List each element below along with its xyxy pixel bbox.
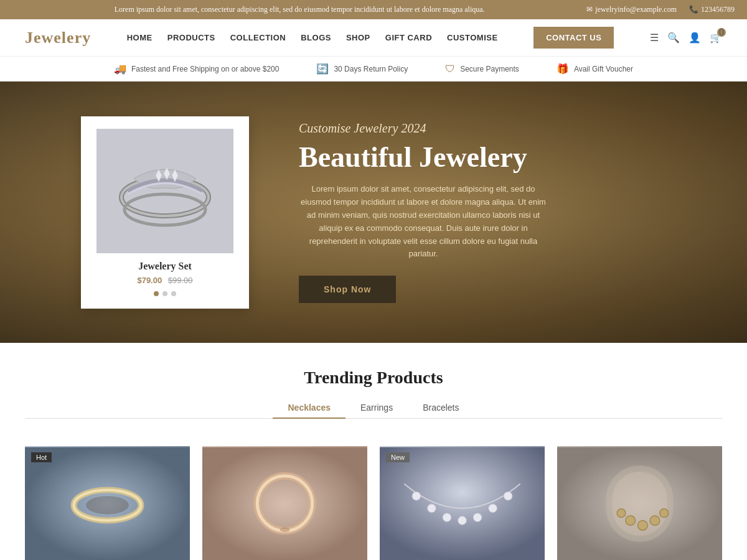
cart-icon-wrap[interactable]: 🛒 0 xyxy=(710,32,722,44)
product-img-wrap-4 xyxy=(557,446,722,560)
hero-content: Customise Jewelery 2024 Beautiful Jewele… xyxy=(299,121,548,303)
banner-phone: 123456789 xyxy=(701,5,735,14)
tab-bracelets[interactable]: Bracelets xyxy=(408,398,474,419)
product-card-3: New ★★★★★ Beautiful Engagement Ring $99.… xyxy=(380,446,545,560)
product-badge-3: New xyxy=(386,452,410,462)
feature-voucher-text: Avail Gift Voucher xyxy=(574,65,633,73)
hero-product-name: Jewelery Set xyxy=(93,261,237,272)
product-card-1: Hot ★★★★★ Medium Flat Hoops $89.00 xyxy=(25,446,190,560)
trending-title: Trending Products xyxy=(25,368,722,388)
menu-icon[interactable]: ☰ xyxy=(650,32,659,44)
svg-point-34 xyxy=(660,509,669,518)
feature-bar: 🚚 Fastest and Free Shipping on or above … xyxy=(0,57,747,82)
product-image-1 xyxy=(25,446,190,560)
search-icon[interactable]: 🔍 xyxy=(667,32,680,44)
header-icons: ☰ 🔍 👤 🛒 0 xyxy=(650,32,722,44)
trending-tabs: Necklaces Earrings Bracelets xyxy=(25,398,722,419)
tab-earrings[interactable]: Earrings xyxy=(345,398,408,419)
logo: Jewelery xyxy=(25,29,91,47)
shipping-icon: 🚚 xyxy=(114,63,126,75)
nav-home[interactable]: HOME xyxy=(127,33,153,42)
svg-point-11 xyxy=(86,496,129,514)
feature-payments: 🛡 Secure Payments xyxy=(445,63,519,75)
returns-icon: 🔄 xyxy=(316,63,329,75)
svg-point-32 xyxy=(650,516,660,526)
svg-point-22 xyxy=(458,516,467,525)
feature-returns: 🔄 30 Days Return Policy xyxy=(316,63,408,75)
banner-email-wrap: ✉ jewelryinfo@example.com xyxy=(586,5,677,14)
header: Jewelery HOME PRODUCTS COLLECTION BLOGS … xyxy=(0,19,747,57)
top-banner: Lorem ipsum dolor sit amet, consectetur … xyxy=(0,0,747,19)
phone-icon: 📞 xyxy=(689,5,698,14)
svg-point-24 xyxy=(489,504,497,513)
feature-shipping: 🚚 Fastest and Free Shipping on or above … xyxy=(114,63,280,75)
product-image-3 xyxy=(380,446,545,560)
feature-voucher: 🎁 Avail Gift Voucher xyxy=(557,63,633,75)
hero-product-card: Jewelery Set $79.00 $99.00 xyxy=(81,116,249,309)
svg-rect-13 xyxy=(202,447,367,560)
hero-product-price: $79.00 $99.00 xyxy=(93,276,237,285)
user-icon[interactable]: 👤 xyxy=(688,32,701,44)
svg-point-33 xyxy=(617,509,626,518)
product-img-wrap-2 xyxy=(202,446,367,560)
svg-point-21 xyxy=(443,513,451,522)
nav-collection[interactable]: COLLECTION xyxy=(230,33,286,42)
hero-product-image xyxy=(96,129,233,253)
feature-returns-text: 30 Days Return Policy xyxy=(334,65,408,73)
price-old: $99.00 xyxy=(168,276,193,285)
nav-customise[interactable]: CUSTOMISE xyxy=(447,33,498,42)
svg-point-23 xyxy=(473,513,482,522)
voucher-icon: 🎁 xyxy=(557,63,569,75)
hero-title: Beautiful Jewelery xyxy=(299,142,548,174)
svg-point-19 xyxy=(412,492,421,500)
main-nav: HOME PRODUCTS COLLECTION BLOGS SHOP GIFT… xyxy=(127,33,498,42)
nav-giftcard[interactable]: GIFT CARD xyxy=(385,33,432,42)
hero-dot-1[interactable] xyxy=(154,291,159,296)
hero-dot-2[interactable] xyxy=(162,291,167,296)
hero-product-dots xyxy=(93,291,237,296)
logo-text1: Jewel xyxy=(25,29,67,47)
svg-point-25 xyxy=(504,492,512,500)
product-card-4: ★★★★★ Charm Bracelets $70.00 xyxy=(557,446,722,560)
svg-rect-0 xyxy=(96,129,233,253)
banner-email: jewelryinfo@example.com xyxy=(595,5,677,14)
svg-rect-18 xyxy=(380,447,545,560)
email-icon: ✉ xyxy=(586,5,593,14)
contact-button[interactable]: CONTACT US xyxy=(533,27,614,49)
price-new: $79.00 xyxy=(137,276,162,285)
banner-text: Lorem ipsum dolor sit amet, consectetur … xyxy=(12,5,586,14)
product-badge-1: Hot xyxy=(31,452,52,462)
nav-products[interactable]: PRODUCTS xyxy=(167,33,215,42)
trending-section: Trending Products Necklaces Earrings Bra… xyxy=(0,343,747,446)
products-grid: Hot ★★★★★ Medium Flat Hoops $89.00 xyxy=(0,446,747,560)
cart-badge: 0 xyxy=(717,28,726,37)
hero-dot-3[interactable] xyxy=(171,291,176,296)
hero-description: Lorem ipsum dolor sit amet, consectetur … xyxy=(299,183,548,261)
product-card-2: ★★★★★ Bold Pearl Hoop Earrings $100.00 xyxy=(202,446,367,560)
banner-phone-wrap: 📞 123456789 xyxy=(689,5,735,14)
tab-necklaces[interactable]: Necklaces xyxy=(273,398,345,419)
nav-blogs[interactable]: BLOGS xyxy=(301,33,331,42)
svg-point-16 xyxy=(280,527,290,532)
svg-point-20 xyxy=(428,504,436,513)
svg-point-30 xyxy=(626,516,636,526)
hero-subtitle: Customise Jewelery 2024 xyxy=(299,121,548,136)
feature-payments-text: Secure Payments xyxy=(460,65,519,73)
payments-icon: 🛡 xyxy=(445,63,455,75)
banner-contact: ✉ jewelryinfo@example.com 📞 123456789 xyxy=(586,5,735,14)
product-image-4 xyxy=(557,446,722,560)
product-img-wrap-1: Hot xyxy=(25,446,190,560)
nav-shop[interactable]: SHOP xyxy=(346,33,370,42)
product-img-wrap-3: New xyxy=(380,446,545,560)
logo-accent: ery xyxy=(67,29,91,47)
hero-section: Jewelery Set $79.00 $99.00 Customise Jew… xyxy=(0,82,747,343)
svg-point-31 xyxy=(638,520,648,530)
product-image-2 xyxy=(202,446,367,560)
feature-shipping-text: Fastest and Free Shipping on or above $2… xyxy=(131,65,280,73)
shop-now-button[interactable]: Shop Now xyxy=(299,276,396,303)
